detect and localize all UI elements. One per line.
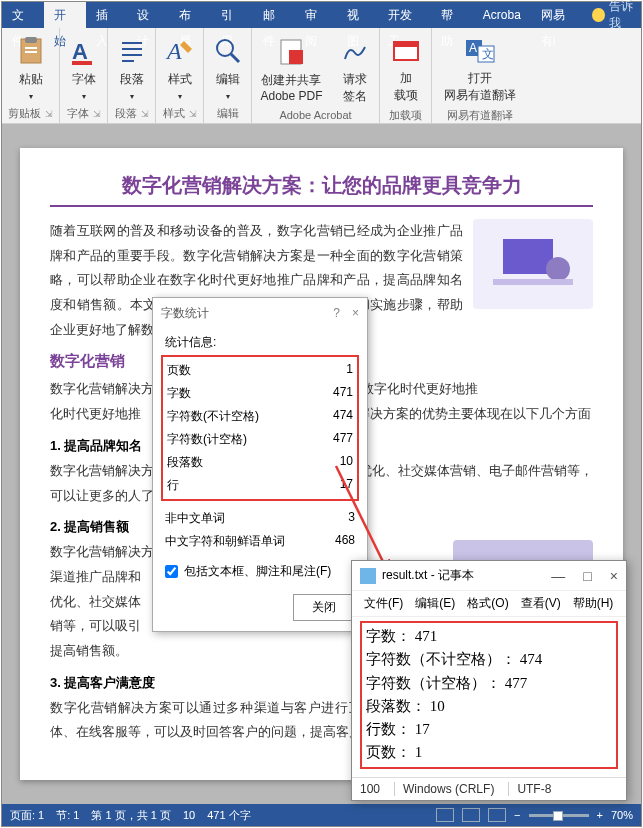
maximize-button[interactable]: □ [583,568,591,584]
svg-rect-16 [394,42,418,47]
tab-insert[interactable]: 插入 [86,2,128,28]
group-netease-label: 网易有道翻译 [447,108,513,123]
status-page[interactable]: 页面: 1 [10,808,44,823]
netease-open-button[interactable]: A文 打开 网易有道翻译 [440,32,520,106]
group-acrobat-label: Adobe Acrobat [279,109,351,121]
close-button[interactable]: × [610,568,618,584]
bulb-icon [592,8,605,22]
include-textbox-checkbox[interactable]: 包括文本框、脚注和尾注(F) [165,563,355,580]
tab-view[interactable]: 视图 [337,2,379,28]
launcher-icon[interactable]: ⇲ [45,109,53,119]
tab-acrobat[interactable]: Acroba [473,2,531,28]
tell-me[interactable]: 告诉我 [592,0,641,32]
menu-view[interactable]: 查看(V) [515,593,567,614]
view-read-icon[interactable] [436,808,454,822]
notepad-status: 100 Windows (CRLF) UTF-8 [352,777,626,800]
paste-button[interactable]: 粘贴▾ [11,33,51,103]
svg-point-22 [546,257,570,281]
paragraph-button[interactable]: 段落▾ [112,33,152,103]
tab-mail[interactable]: 邮件 [253,2,295,28]
tab-design[interactable]: 设计 [127,2,169,28]
group-clipboard-label: 剪贴板 [8,106,41,121]
status-page-of[interactable]: 第 1 页，共 1 页 [91,808,170,823]
tab-home[interactable]: 开始 [44,2,86,28]
svg-text:A: A [72,39,88,64]
status-bar: 页面: 1 节: 1 第 1 页，共 1 页 10 471 个字 − + 70% [2,804,641,826]
tab-help[interactable]: 帮助 [431,2,473,28]
dialog-title: 字数统计 [161,305,209,322]
menu-edit[interactable]: 编辑(E) [409,593,461,614]
svg-rect-5 [72,61,92,65]
zoom-out-button[interactable]: − [514,809,520,821]
highlighted-result: 字数： 471 字符数（不计空格）： 474 字符数（计空格）： 477 段落数… [360,621,618,769]
status-words[interactable]: 471 个字 [207,808,250,823]
zoom-slider[interactable] [529,814,589,817]
close-button[interactable]: 关闭 [293,594,355,621]
tab-review[interactable]: 审阅 [295,2,337,28]
notepad-window: result.txt - 记事本 — □ × 文件(F) 编辑(E) 格式(O)… [351,560,627,801]
editing-button[interactable]: 编辑▾ [208,33,248,103]
status-section[interactable]: 节: 1 [56,808,79,823]
group-addin-label: 加载项 [389,108,422,123]
svg-line-12 [231,54,239,62]
group-font-label: 字体 [67,106,89,121]
group-styles-label: 样式 [163,106,185,121]
zoom-in-button[interactable]: + [597,809,603,821]
close-icon[interactable]: × [352,306,359,320]
request-sign-button[interactable]: 请求 签名 [335,33,375,107]
launcher-icon[interactable]: ⇲ [189,109,197,119]
zoom-level[interactable]: 70% [611,809,633,821]
svg-text:A: A [469,41,477,55]
stats-label: 统计信息: [165,334,355,351]
svg-text:文: 文 [482,47,494,61]
tab-layout[interactable]: 布局 [169,2,211,28]
font-button[interactable]: A 字体▾ [64,33,104,103]
styles-button[interactable]: A 样式▾ [160,33,200,103]
group-paragraph-label: 段落 [115,106,137,121]
svg-rect-23 [493,279,573,285]
group-editing-label: 编辑 [217,106,239,121]
tab-file[interactable]: 文件 [2,2,44,28]
highlighted-stats: 页数1 字数471 字符数(不计空格)474 字符数(计空格)477 段落数10… [161,355,359,501]
svg-rect-3 [25,51,37,53]
menu-help[interactable]: 帮助(H) [567,593,620,614]
tab-references[interactable]: 引用 [211,2,253,28]
word-count-dialog: 字数统计 ? × 统计信息: 页数1 字数471 字符数(不计空格)474 字符… [152,297,368,632]
notepad-title: result.txt - 记事本 [382,567,474,584]
launcher-icon[interactable]: ⇲ [93,109,101,119]
addin-button[interactable]: 加 载项 [386,32,426,106]
notepad-body[interactable]: 字数： 471 字符数（不计空格）： 474 字符数（计空格）： 477 段落数… [352,617,626,777]
doc-title: 数字化营销解决方案：让您的品牌更具竞争力 [50,172,593,207]
launcher-icon[interactable]: ⇲ [141,109,149,119]
menu-file[interactable]: 文件(F) [358,593,409,614]
minimize-button[interactable]: — [551,568,565,584]
create-pdf-button[interactable]: 创建并共享 Adobe PDF [256,34,326,105]
notepad-menu: 文件(F) 编辑(E) 格式(O) 查看(V) 帮助(H) [352,591,626,617]
view-print-icon[interactable] [462,808,480,822]
illustration-icon [473,219,593,309]
status-loc[interactable]: 10 [183,809,195,821]
svg-text:A: A [165,38,182,64]
svg-rect-1 [25,37,37,43]
tab-dev[interactable]: 开发工 [378,2,431,28]
svg-rect-2 [25,47,37,49]
help-button[interactable]: ? [333,306,340,320]
svg-rect-21 [503,239,553,274]
menu-tabs: 文件 开始 插入 设计 布局 引用 邮件 审阅 视图 开发工 帮助 Acroba… [2,2,641,28]
tab-netease[interactable]: 网易有i [531,2,586,28]
notepad-icon [360,568,376,584]
view-web-icon[interactable] [488,808,506,822]
menu-format[interactable]: 格式(O) [461,593,514,614]
svg-point-11 [217,40,233,56]
svg-rect-14 [289,50,303,64]
